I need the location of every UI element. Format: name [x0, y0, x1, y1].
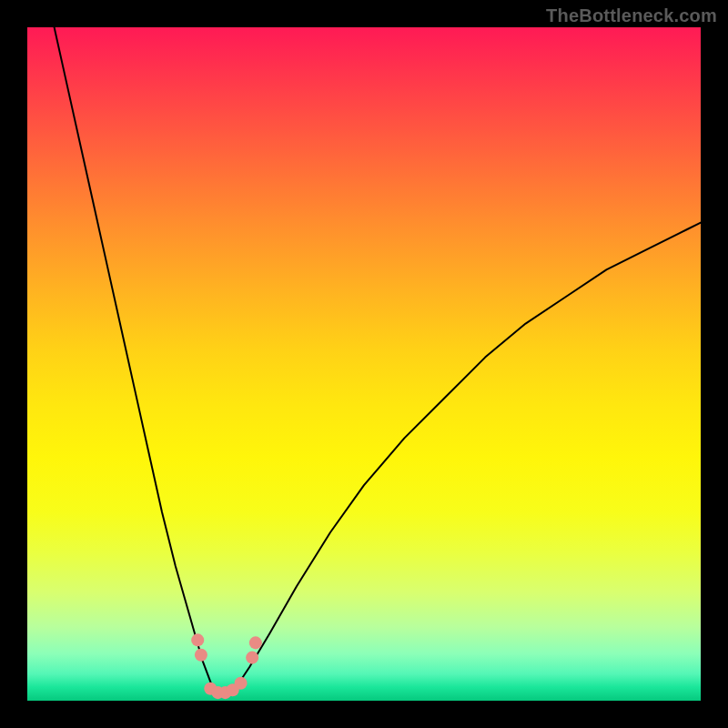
attribution-text: TheBottleneck.com	[546, 5, 717, 26]
markers-container	[191, 633, 262, 699]
marker-point-8	[249, 636, 262, 649]
series-left-arm	[55, 27, 213, 687]
gradient-plot-area	[27, 27, 701, 701]
curve-layer	[27, 27, 701, 701]
marker-point-1	[195, 649, 207, 662]
marker-point-7	[246, 652, 258, 664]
series-container	[55, 27, 701, 695]
series-right-arm	[236, 223, 701, 688]
marker-point-0	[191, 633, 204, 646]
marker-point-6	[235, 677, 248, 690]
